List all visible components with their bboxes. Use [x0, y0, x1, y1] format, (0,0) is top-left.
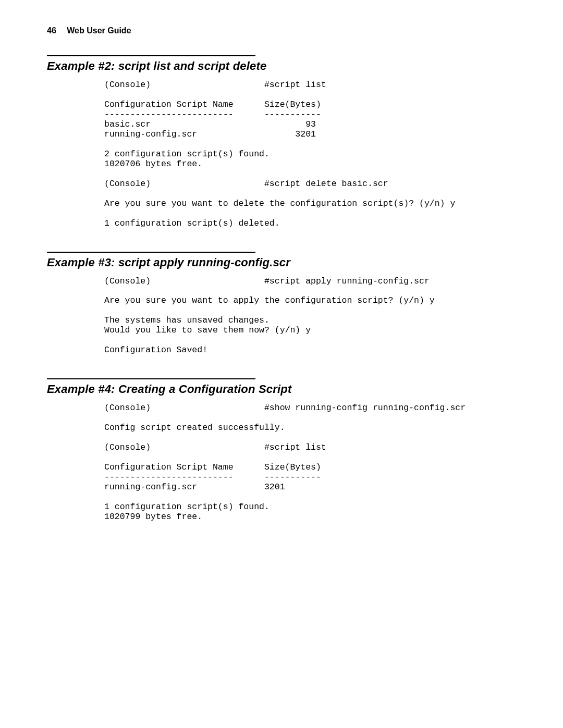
code-block: (Console) #show running-config running-c… — [104, 403, 516, 522]
section-example-4: Example #4: Creating a Configuration Scr… — [47, 378, 516, 522]
code-block: (Console) #script list Configuration Scr… — [104, 80, 516, 229]
code-block: (Console) #script apply running-config.s… — [104, 277, 516, 356]
section-example-3: Example #3: script apply running-config.… — [47, 252, 516, 356]
page-number: 46 — [47, 26, 56, 35]
section-rule — [47, 378, 255, 379]
section-heading: Example #2: script list and script delet… — [47, 59, 516, 73]
section-example-2: Example #2: script list and script delet… — [47, 55, 516, 229]
section-heading: Example #3: script apply running-config.… — [47, 256, 516, 269]
document-title: Web User Guide — [67, 26, 131, 35]
section-heading: Example #4: Creating a Configuration Scr… — [47, 382, 516, 396]
section-rule — [47, 252, 255, 253]
page-header: 46 Web User Guide — [47, 26, 516, 35]
section-rule — [47, 55, 255, 56]
document-page: 46 Web User Guide Example #2: script lis… — [0, 0, 563, 728]
